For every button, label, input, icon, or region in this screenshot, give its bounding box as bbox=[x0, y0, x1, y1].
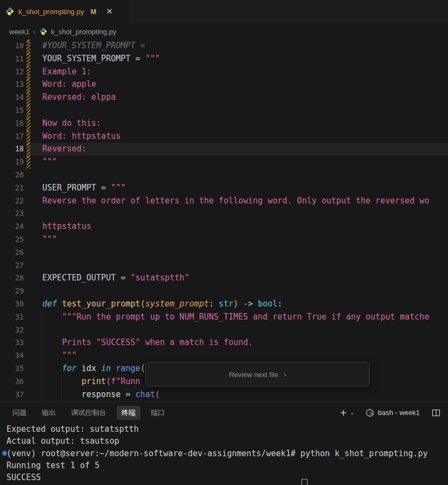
breadcrumb-separator-icon: › bbox=[34, 28, 36, 36]
bash-icon: $ bbox=[366, 409, 374, 417]
code-text: """Run the prompt up to NUM_RUNS_TIMES a… bbox=[42, 311, 429, 324]
code-text: """ bbox=[42, 233, 57, 246]
code-text: Prints "SUCCESS" when a match is found. bbox=[42, 336, 253, 349]
panel-tab[interactable]: 调试控制台 bbox=[66, 406, 111, 420]
git-modified-stripe bbox=[27, 156, 30, 169]
code-text: YOUR_SYSTEM_PROMPT = """ bbox=[42, 53, 160, 66]
code-line[interactable]: 24httpstatus bbox=[0, 220, 448, 233]
code-line[interactable]: 18Reversed: bbox=[0, 143, 448, 156]
code-line[interactable]: 26 bbox=[0, 246, 448, 259]
code-line[interactable]: 28EXPECTED_OUTPUT = "sutatsptth" bbox=[0, 272, 448, 285]
code-line[interactable]: 29 bbox=[0, 285, 448, 298]
terminal-lines: Expected output: sutatsptthActual output… bbox=[0, 423, 448, 483]
git-modified-stripe bbox=[27, 130, 30, 143]
tab-k-shot-prompting[interactable]: k_shot_prompting.py M ✕ bbox=[0, 0, 130, 23]
line-number: 13 bbox=[0, 78, 24, 91]
code-lines: 10#YOUR_SYSTEM_PROMPT =11YOUR_SYSTEM_PRO… bbox=[0, 40, 448, 401]
panel-tab[interactable]: 端口 bbox=[146, 406, 170, 420]
terminal-line: Running test 1 of 5 bbox=[0, 460, 448, 471]
terminal-line: (venv) root@server:~/modern-software-dev… bbox=[0, 448, 448, 460]
panel-tab[interactable]: 输出 bbox=[37, 406, 61, 420]
code-text: print(f"Runn bbox=[42, 375, 140, 388]
code-line[interactable]: 21USER_PROMPT = """ bbox=[0, 182, 448, 195]
terminal-session-item[interactable]: $ bash - week1 bbox=[366, 409, 420, 417]
code-line[interactable]: 30def test_your_prompt(system_prompt: st… bbox=[0, 298, 448, 311]
code-line[interactable]: 31 """Run the prompt up to NUM_RUNS_TIME… bbox=[0, 311, 448, 324]
code-text: """ bbox=[42, 156, 57, 169]
terminal-line: Actual output: tsautsop bbox=[0, 435, 448, 447]
code-line[interactable]: 16Now do this: bbox=[0, 117, 448, 130]
code-line[interactable]: 37 response = chat( bbox=[0, 388, 448, 401]
code-line[interactable]: 25""" bbox=[0, 233, 448, 246]
python-file-icon bbox=[5, 7, 14, 16]
code-text: Example 1: bbox=[42, 66, 91, 79]
terminal-line: SUCCESS bbox=[0, 471, 448, 483]
git-modified-stripe bbox=[27, 66, 30, 79]
svg-text:$: $ bbox=[370, 411, 373, 416]
breadcrumb: week1 › k_shot_prompting.py bbox=[0, 23, 448, 40]
code-text: httpstatus bbox=[42, 220, 91, 233]
code-line[interactable]: 14Reversed: elppa bbox=[0, 91, 448, 104]
line-number: 25 bbox=[0, 233, 24, 246]
panel-tab[interactable]: 终端 bbox=[117, 406, 140, 420]
code-text: EXPECTED_OUTPUT = "sutatsptth" bbox=[42, 272, 189, 285]
code-text: Reversed: bbox=[42, 143, 86, 156]
panel-tab[interactable]: 问题 bbox=[8, 406, 31, 420]
code-line[interactable]: 33 Prints "SUCCESS" when a match is foun… bbox=[0, 336, 448, 349]
terminal-line: Expected output: sutatsptth bbox=[0, 423, 448, 435]
line-number: 18 bbox=[0, 143, 24, 156]
line-number: 17 bbox=[0, 130, 24, 143]
code-text: Now do this: bbox=[42, 117, 101, 130]
line-number: 21 bbox=[0, 182, 24, 195]
code-line[interactable]: 34 """ bbox=[0, 349, 448, 362]
editor-tab-bar: k_shot_prompting.py M ✕ bbox=[0, 0, 448, 23]
breadcrumb-file[interactable]: k_shot_prompting.py bbox=[51, 28, 117, 36]
code-text: for idx in range( bbox=[42, 362, 145, 375]
line-number: 15 bbox=[0, 104, 24, 117]
vscode-window: k_shot_prompting.py M ✕ week1 › k_shot_p… bbox=[0, 0, 448, 485]
line-number: 33 bbox=[0, 336, 24, 349]
code-line[interactable]: 10#YOUR_SYSTEM_PROMPT = bbox=[0, 40, 448, 53]
code-text: Reversed: elppa bbox=[42, 91, 116, 104]
indent-guide bbox=[42, 324, 42, 337]
code-line[interactable]: 23 bbox=[0, 207, 448, 220]
line-number: 23 bbox=[0, 207, 24, 220]
line-number: 36 bbox=[0, 375, 24, 388]
code-line[interactable]: 17Word: httpstatus bbox=[0, 130, 448, 143]
terminal-output[interactable]: Expected output: sutatsptthActual output… bbox=[0, 423, 448, 485]
line-number: 20 bbox=[0, 169, 24, 182]
line-number: 10 bbox=[0, 40, 24, 53]
panel-actions: + ⌄ $ bash - week1 bbox=[340, 407, 440, 418]
line-number: 12 bbox=[0, 66, 24, 79]
line-number: 19 bbox=[0, 156, 24, 169]
code-editor[interactable]: 10#YOUR_SYSTEM_PROMPT =11YOUR_SYSTEM_PRO… bbox=[0, 40, 448, 401]
code-line[interactable]: 19""" bbox=[0, 156, 448, 169]
code-line[interactable]: 12Example 1: bbox=[0, 66, 448, 79]
line-number: 34 bbox=[0, 349, 24, 362]
git-modified-stripe bbox=[27, 143, 30, 156]
code-line[interactable]: 15 bbox=[0, 104, 448, 117]
line-number: 30 bbox=[0, 298, 24, 311]
code-line[interactable]: 20 bbox=[0, 169, 448, 182]
split-panel-icon[interactable] bbox=[432, 409, 440, 417]
review-next-file-label: Review next file bbox=[229, 371, 278, 379]
code-line[interactable]: 11YOUR_SYSTEM_PROMPT = """ bbox=[0, 53, 448, 66]
code-line[interactable]: 27 bbox=[0, 259, 448, 272]
code-line[interactable]: 22Reverse the order of letters in the fo… bbox=[0, 195, 448, 208]
code-text: USER_PROMPT = """ bbox=[42, 182, 126, 195]
code-text: Word: apple bbox=[42, 78, 96, 91]
git-modified-stripe bbox=[27, 78, 30, 91]
new-terminal-button[interactable]: + bbox=[340, 407, 347, 418]
code-line[interactable]: 32 bbox=[0, 324, 448, 337]
tab-close-icon[interactable]: ✕ bbox=[106, 7, 113, 16]
git-modified-stripe bbox=[27, 104, 30, 117]
tab-filename: k_shot_prompting.py bbox=[18, 8, 84, 16]
code-line[interactable]: 13Word: apple bbox=[0, 78, 448, 91]
terminal-dropdown-icon[interactable]: ⌄ bbox=[350, 410, 354, 416]
review-next-file-button[interactable]: Review next file › bbox=[145, 362, 370, 387]
breadcrumb-folder[interactable]: week1 bbox=[9, 28, 30, 36]
panel-tabs: 问题输出调试控制台终端端口 bbox=[8, 406, 170, 420]
line-number: 22 bbox=[0, 195, 24, 208]
line-number: 14 bbox=[0, 91, 24, 104]
line-number: 11 bbox=[0, 53, 24, 66]
